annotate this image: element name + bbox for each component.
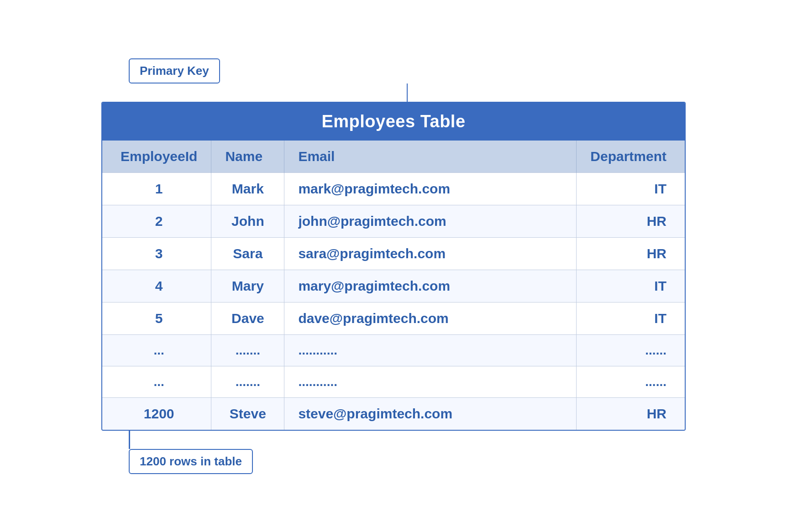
table-row: 4Marymary@pragimtech.comIT bbox=[102, 270, 685, 302]
rows-count-box: 1200 rows in table bbox=[129, 449, 253, 474]
table-row: 1Markmark@pragimtech.comIT bbox=[102, 172, 685, 205]
table-row: 5Davedave@pragimtech.comIT bbox=[102, 302, 685, 334]
employees-table: EmployeeId Name Email Department 1Markma… bbox=[102, 141, 685, 430]
table-row: ........................... bbox=[102, 366, 685, 397]
cell-name-5: ....... bbox=[211, 334, 284, 366]
cell-name-0: Mark bbox=[211, 172, 284, 205]
annotation-top: Primary Key bbox=[129, 58, 220, 83]
cell-department-3: IT bbox=[577, 270, 685, 302]
cell-id-2: 3 bbox=[102, 237, 211, 270]
cell-name-6: ....... bbox=[211, 366, 284, 397]
table-title-row: Employees Table bbox=[102, 103, 685, 141]
cell-id-1: 2 bbox=[102, 205, 211, 237]
col-header-department: Department bbox=[577, 141, 685, 173]
primary-key-label: Primary Key bbox=[140, 64, 209, 78]
col-header-name: Name bbox=[211, 141, 284, 173]
cell-id-3: 4 bbox=[102, 270, 211, 302]
connector-line-top bbox=[407, 83, 408, 102]
table-row: 1200Stevesteve@pragimtech.comHR bbox=[102, 397, 685, 430]
table-row: 3Sarasara@pragimtech.comHR bbox=[102, 237, 685, 270]
cell-department-4: IT bbox=[577, 302, 685, 334]
cell-email-3: mary@pragimtech.com bbox=[284, 270, 577, 302]
table-header-row: EmployeeId Name Email Department bbox=[102, 141, 685, 173]
cell-id-0: 1 bbox=[102, 172, 211, 205]
cell-name-3: Mary bbox=[211, 270, 284, 302]
cell-id-6: ... bbox=[102, 366, 211, 397]
cell-department-6: ...... bbox=[577, 366, 685, 397]
col-header-email: Email bbox=[284, 141, 577, 173]
cell-id-4: 5 bbox=[102, 302, 211, 334]
rows-count-label: 1200 rows in table bbox=[140, 454, 242, 468]
cell-department-5: ...... bbox=[577, 334, 685, 366]
table-row: ........................... bbox=[102, 334, 685, 366]
cell-email-4: dave@pragimtech.com bbox=[284, 302, 577, 334]
primary-key-box: Primary Key bbox=[129, 58, 220, 83]
table-title: Employees Table bbox=[321, 112, 465, 131]
cell-email-7: steve@pragimtech.com bbox=[284, 397, 577, 430]
cell-email-1: john@pragimtech.com bbox=[284, 205, 577, 237]
col-header-employeeid: EmployeeId bbox=[102, 141, 211, 173]
cell-department-7: HR bbox=[577, 397, 685, 430]
cell-email-5: ........... bbox=[284, 334, 577, 366]
cell-department-0: IT bbox=[577, 172, 685, 205]
cell-department-1: HR bbox=[577, 205, 685, 237]
cell-department-2: HR bbox=[577, 237, 685, 270]
cell-id-7: 1200 bbox=[102, 397, 211, 430]
cell-id-5: ... bbox=[102, 334, 211, 366]
cell-name-2: Sara bbox=[211, 237, 284, 270]
cell-email-0: mark@pragimtech.com bbox=[284, 172, 577, 205]
cell-name-4: Dave bbox=[211, 302, 284, 334]
table-row: 2Johnjohn@pragimtech.comHR bbox=[102, 205, 685, 237]
cell-email-6: ........... bbox=[284, 366, 577, 397]
cell-name-1: John bbox=[211, 205, 284, 237]
cell-name-7: Steve bbox=[211, 397, 284, 430]
page-container: Primary Key Employees Table EmployeeId N… bbox=[74, 40, 713, 492]
connector-line-bottom bbox=[129, 431, 130, 449]
table-wrapper: Employees Table EmployeeId Name Email De… bbox=[101, 102, 686, 431]
cell-email-2: sara@pragimtech.com bbox=[284, 237, 577, 270]
annotation-bottom: 1200 rows in table bbox=[129, 449, 253, 474]
